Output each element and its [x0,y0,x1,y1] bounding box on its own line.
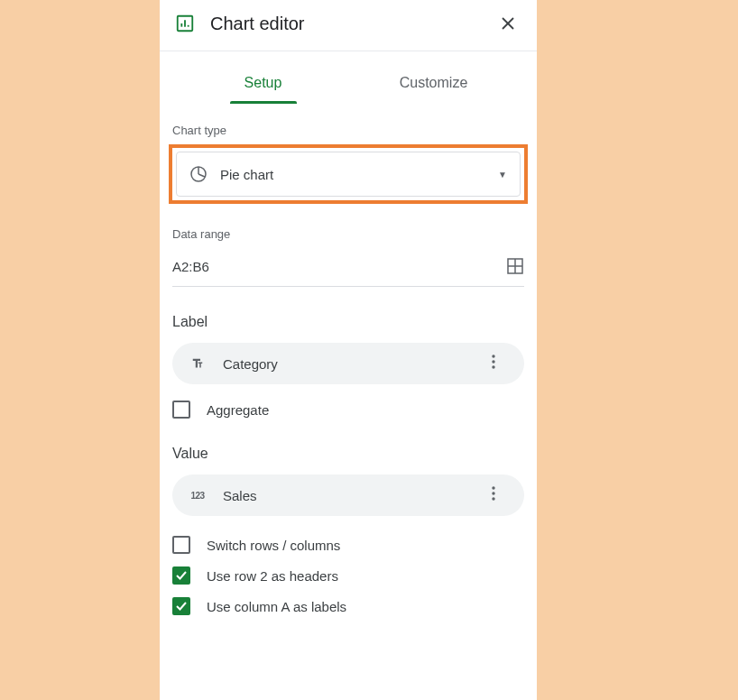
value-chip-menu[interactable] [492,486,508,504]
number-icon: 123 [189,486,207,504]
chart-editor-panel: Chart editor Setup Customize Chart type [160,0,537,700]
use-column-labels-checkbox[interactable] [172,597,190,615]
label-chip[interactable]: Category [172,343,524,384]
tab-setup[interactable]: Setup [178,62,348,104]
panel-header: Chart editor [160,0,537,51]
text-format-icon [189,355,207,373]
use-column-labels-row[interactable]: Use column A as labels [172,597,524,615]
data-range-label: Data range [172,227,524,241]
switch-rows-checkbox[interactable] [172,536,190,554]
value-chip[interactable]: 123 Sales [172,474,524,516]
close-button[interactable] [497,13,519,34]
value-chip-value: Sales [223,488,492,503]
tab-bar: Setup Customize [160,62,537,104]
label-chip-value: Category [223,356,492,372]
chart-type-label: Chart type [172,124,524,137]
aggregate-label: Aggregate [207,402,269,418]
data-range-input[interactable] [172,259,506,274]
svg-line-8 [198,174,205,177]
pie-chart-icon [189,165,208,183]
svg-point-12 [492,355,494,357]
setup-content: Chart type Pie chart ▼ Data range [160,104,537,615]
aggregate-checkbox[interactable] [172,401,190,419]
chart-type-highlight: Pie chart ▼ [169,144,528,204]
use-row-headers-checkbox[interactable] [172,566,190,585]
tab-customize[interactable]: Customize [348,62,519,104]
chart-icon [174,13,196,34]
chart-type-value: Pie chart [220,167,498,182]
label-section-title: Label [172,314,524,330]
use-row-headers-row[interactable]: Use row 2 as headers [172,566,524,585]
chart-type-dropdown[interactable]: Pie chart ▼ [176,152,521,197]
aggregate-checkbox-row[interactable]: Aggregate [172,401,524,419]
data-range-row [172,248,524,287]
panel-title: Chart editor [210,14,497,34]
label-chip-menu[interactable] [492,355,508,373]
svg-point-14 [492,365,494,368]
value-section-title: Value [172,446,524,462]
switch-rows-label: Switch rows / columns [207,538,340,553]
use-row-headers-label: Use row 2 as headers [207,568,338,584]
svg-point-13 [492,360,494,363]
use-column-labels-label: Use column A as labels [207,599,346,614]
svg-point-15 [492,486,494,489]
chevron-down-icon: ▼ [498,170,507,180]
switch-rows-row[interactable]: Switch rows / columns [172,536,524,554]
svg-point-17 [492,497,494,500]
options-group: Switch rows / columns Use row 2 as heade… [172,536,524,615]
svg-point-16 [492,492,494,494]
select-range-button[interactable] [506,257,524,275]
